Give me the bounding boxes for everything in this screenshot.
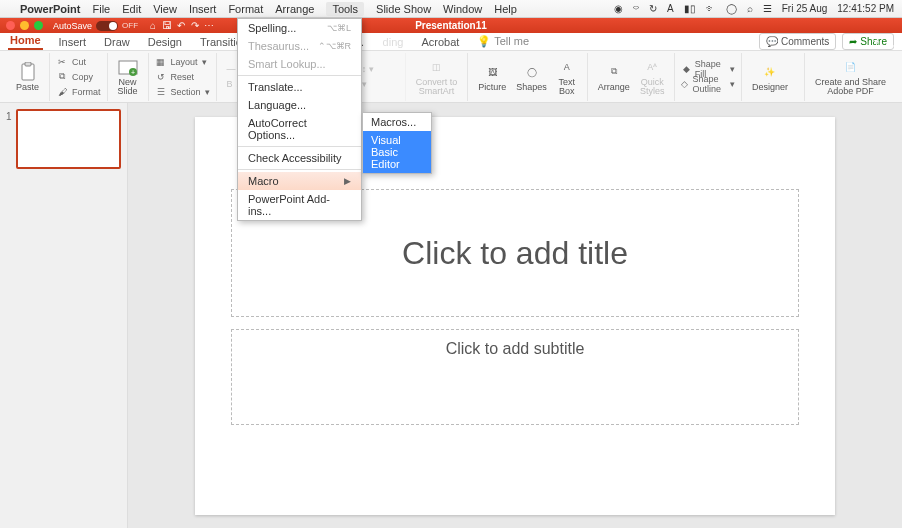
tab-design[interactable]: Design [146, 34, 184, 50]
shape-outline-button[interactable]: ◇Shape Outline ▾ [681, 77, 735, 91]
smartart-icon: ◫ [427, 57, 447, 77]
shapes-button[interactable]: ◯Shapes [512, 60, 551, 94]
designer-button[interactable]: ✨Designer [748, 60, 792, 94]
mac-menubar: PowerPoint File Edit View Insert Format … [0, 0, 902, 18]
sync-icon[interactable]: ↥ [872, 38, 881, 51]
svg-text:+: + [130, 69, 134, 76]
cut-button[interactable]: ✂Cut [56, 55, 86, 69]
layout-button[interactable]: ▦Layout ▾ [155, 55, 207, 69]
tab-insert[interactable]: Insert [57, 34, 89, 50]
tooltip-icon[interactable]: ◉ [614, 3, 623, 14]
tools-accessibility[interactable]: Check Accessibility [238, 149, 361, 167]
macro-macros[interactable]: Macros... [363, 113, 431, 131]
bluetooth-icon[interactable]: ⌔ [633, 3, 639, 14]
adobe-pdf-button[interactable]: 📄Create and Share Adobe PDF [811, 55, 890, 98]
menu-view[interactable]: View [153, 3, 177, 15]
search-icon[interactable]: ⌕ [747, 3, 753, 14]
reset-icon: ↺ [155, 71, 167, 83]
reset-button[interactable]: ↺Reset [155, 70, 195, 84]
quickstyles-button[interactable]: AᴬQuick Styles [636, 55, 669, 98]
arrange-button[interactable]: ⧉Arrange [594, 60, 634, 94]
menu-arrange[interactable]: Arrange [275, 3, 314, 15]
menu-format[interactable]: Format [228, 3, 263, 15]
textbox-icon: A [557, 57, 577, 77]
tell-me[interactable]: 💡 Tell me [475, 33, 531, 50]
tools-smartlookup: Smart Lookup... [238, 55, 361, 73]
save-icon[interactable]: 🖫 [160, 19, 174, 33]
comments-button[interactable]: 💬 Comments [759, 33, 836, 50]
redo-icon[interactable]: ↷ [188, 19, 202, 33]
tools-addins[interactable]: PowerPoint Add-ins... [238, 190, 361, 220]
slide-number: 1 [6, 111, 12, 169]
control-center-icon[interactable]: ☰ [763, 3, 772, 14]
styles-icon: Aᴬ [642, 57, 662, 77]
format-painter-button[interactable]: 🖌Format [56, 85, 101, 99]
tools-translate[interactable]: Translate... [238, 78, 361, 96]
menu-file[interactable]: File [93, 3, 111, 15]
menu-edit[interactable]: Edit [122, 3, 141, 15]
battery-icon[interactable]: ▮▯ [684, 3, 696, 14]
tab-draw[interactable]: Draw [102, 34, 132, 50]
menu-tools[interactable]: Tools [326, 2, 364, 16]
minimize-window-button[interactable] [20, 21, 29, 30]
workspace: 1 Click to add title Click to add subtit… [0, 103, 902, 528]
undo-icon[interactable]: ↶ [174, 19, 188, 33]
section-button[interactable]: ☰Section ▾ [155, 85, 210, 99]
textbox-button[interactable]: AText Box [553, 55, 581, 98]
tools-macro[interactable]: Macro▶ [238, 172, 361, 190]
document-title: Presentation11 [415, 20, 487, 31]
menu-insert[interactable]: Insert [189, 3, 217, 15]
new-slide-button[interactable]: + New Slide [114, 55, 142, 98]
brush-icon: 🖌 [56, 86, 68, 98]
picture-icon: 🖼 [482, 62, 502, 82]
user-icon[interactable]: ◯ [726, 3, 737, 14]
section-icon: ☰ [155, 86, 167, 98]
keyboard-icon[interactable]: A [667, 3, 674, 14]
designer-icon: ✨ [760, 62, 780, 82]
close-window-button[interactable] [6, 21, 15, 30]
copy-icon: ⧉ [56, 71, 68, 83]
copy-button[interactable]: ⧉Copy [56, 70, 93, 84]
tools-language[interactable]: Language... [238, 96, 361, 114]
shapes-icon: ◯ [522, 62, 542, 82]
tools-spelling[interactable]: Spelling...⌥⌘L [238, 19, 361, 37]
new-slide-icon: + [118, 57, 138, 77]
macro-vbe[interactable]: Visual Basic Editor [363, 131, 431, 173]
picture-button[interactable]: 🖼Picture [474, 60, 510, 94]
ribbon-tabs: Home Insert Draw Design Transitions Anim… [0, 33, 902, 51]
menubar-date[interactable]: Fri 25 Aug [782, 3, 828, 14]
svg-rect-1 [25, 62, 31, 66]
thumbnail-preview[interactable] [16, 109, 121, 169]
scissors-icon: ✂ [56, 56, 68, 68]
wifi-icon[interactable]: ᯤ [706, 3, 716, 14]
menu-help[interactable]: Help [494, 3, 517, 15]
subtitle-placeholder[interactable]: Click to add subtitle [231, 329, 799, 425]
menu-window[interactable]: Window [443, 3, 482, 15]
slide-thumbnail[interactable]: 1 [6, 109, 121, 169]
tab-recording[interactable]: ding [381, 34, 406, 50]
chevron-right-icon: ▶ [344, 176, 351, 186]
fill-icon: ◆ [681, 63, 690, 75]
more-icon[interactable]: ⋯ [202, 19, 216, 33]
ribbon: Paste ✂Cut ⧉Copy 🖌Format + New Slide ▦La… [0, 51, 902, 103]
maximize-window-button[interactable] [34, 21, 43, 30]
tab-home[interactable]: Home [8, 32, 43, 50]
refresh-icon[interactable]: ↻ [649, 3, 657, 14]
autosave-label: AutoSave [53, 21, 92, 31]
arrange-icon: ⧉ [604, 62, 624, 82]
paste-button[interactable]: Paste [12, 60, 43, 94]
outline-icon: ◇ [681, 78, 688, 90]
ribbon-toggle-icon[interactable]: ⌄ [887, 38, 896, 51]
menubar-time[interactable]: 12:41:52 PM [837, 3, 894, 14]
slide-thumbnails-panel[interactable]: 1 [0, 103, 128, 528]
window-titlebar: AutoSave OFF ⌂ 🖫 ↶ ↷ ⋯ Presentation11 ↥ … [0, 18, 902, 33]
autosave-toggle[interactable] [96, 21, 118, 31]
clipboard-icon [18, 62, 38, 82]
tools-autocorrect[interactable]: AutoCorrect Options... [238, 114, 361, 144]
tab-acrobat[interactable]: Acrobat [419, 34, 461, 50]
menu-slideshow[interactable]: Slide Show [376, 3, 431, 15]
autosave-off-label: OFF [122, 21, 138, 30]
app-menu[interactable]: PowerPoint [20, 3, 81, 15]
convert-smartart-button[interactable]: ◫ Convert to SmartArt [412, 55, 462, 98]
home-icon[interactable]: ⌂ [146, 19, 160, 33]
